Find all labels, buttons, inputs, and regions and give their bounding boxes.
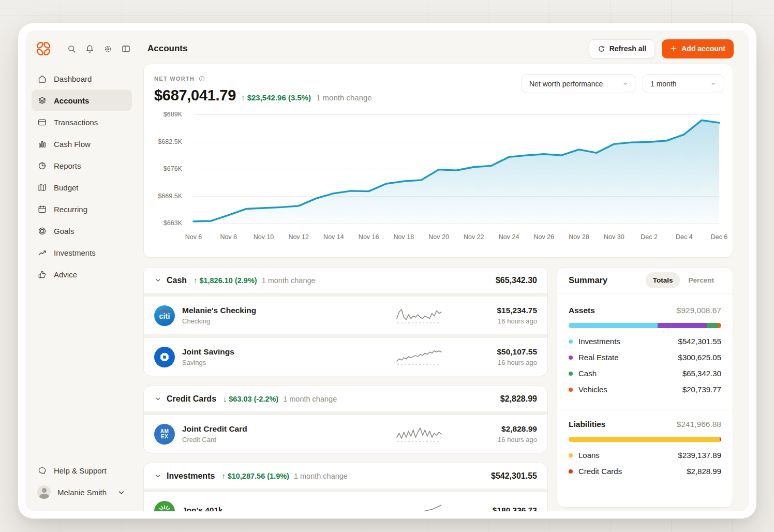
cash-section-header[interactable]: Cash ↑$1,826.10 (2.9%) 1 month change $6… — [144, 268, 547, 293]
sidebar-item-label: Transactions — [54, 118, 98, 127]
sidebar-item-cash-flow[interactable]: Cash Flow — [32, 133, 132, 155]
cash-section-card: Cash ↑$1,826.10 (2.9%) 1 month change $6… — [143, 267, 548, 376]
percent-tab[interactable]: Percent — [681, 272, 721, 288]
section-title: Cash — [167, 276, 187, 285]
assets-bar — [569, 323, 721, 328]
time-range-select[interactable]: 1 month — [643, 74, 723, 93]
credit-cards-section-card: Credit Cards ↓$63.03 (-2.2%) 1 month cha… — [143, 386, 548, 453]
section-change-note: 1 month change — [294, 472, 348, 480]
divider — [557, 409, 733, 409]
sidebar-item-label: Cash Flow — [54, 140, 91, 149]
sidebar-item-dashboard[interactable]: Dashboard — [32, 68, 132, 90]
header-brand — [35, 40, 138, 57]
section-total: $2,828.99 — [500, 394, 537, 404]
chart-x-labels: Nov 6Nov 8Nov 10Nov 12Nov 14Nov 16Nov 18… — [193, 231, 719, 241]
legend-row-vehicles: Vehicles $20,739.77 — [569, 381, 721, 397]
sidebar-item-investments[interactable]: Investments — [32, 242, 132, 263]
sidebar-item-label: Accounts — [54, 96, 89, 105]
chevron-down-icon — [154, 472, 162, 480]
legend-dot — [569, 356, 573, 360]
legend-row-investments: Investments $542,301.55 — [569, 333, 721, 349]
help-support-button[interactable]: Help & Support — [32, 460, 132, 481]
sidebar-item-reports[interactable]: Reports — [32, 155, 132, 176]
summary-title: Summary — [569, 275, 607, 285]
account-type: Credit Card — [182, 436, 247, 444]
investments-section-header[interactable]: Investments ↑$10,287.56 (1.9%) 1 month c… — [144, 463, 547, 489]
add-account-button[interactable]: Add account — [662, 39, 734, 58]
sidebar-item-transactions[interactable]: Transactions — [32, 111, 132, 133]
home-icon — [37, 74, 47, 84]
chevron-down-icon — [622, 80, 629, 87]
info-icon[interactable] — [198, 75, 205, 82]
account-balance: $180,336.73 — [450, 506, 537, 512]
legend-dot — [569, 339, 573, 344]
section-change-note: 1 month change — [283, 395, 337, 403]
x-axis-tick-label: Nov 16 — [359, 233, 379, 241]
refresh-icon — [598, 45, 605, 53]
account-balance: $2,828.99 — [450, 424, 537, 434]
section-change: ↓$63.03 (-2.2%) — [223, 395, 278, 403]
help-support-label: Help & Support — [54, 466, 107, 475]
divider — [144, 293, 547, 297]
sidebar-item-label: Reports — [54, 161, 81, 170]
app-container: Accounts Refresh all — [25, 31, 749, 511]
y-axis-tick-label: $663K — [163, 219, 182, 227]
app-header: Accounts Refresh all — [25, 31, 749, 64]
settings-gear-icon[interactable] — [100, 41, 115, 56]
y-axis-tick-label: $676K — [163, 165, 182, 172]
chevron-down-icon — [154, 395, 162, 403]
account-updated: 16 hours ago — [450, 359, 537, 366]
networth-plot[interactable] — [193, 114, 719, 223]
account-type: Savings — [182, 359, 234, 366]
x-axis-tick-label: Nov 6 — [185, 233, 202, 241]
summary-panel: Summary Totals Percent Assets $929,008.6… — [557, 267, 733, 508]
chase-logo-icon — [154, 347, 175, 367]
credit-cards-section-header[interactable]: Credit Cards ↓$63.03 (-2.2%) 1 month cha… — [144, 386, 547, 411]
sidebar-toggle-icon[interactable] — [118, 41, 133, 56]
refresh-all-button[interactable]: Refresh all — [589, 39, 656, 58]
sidebar-item-accounts[interactable]: Accounts — [32, 90, 132, 111]
bar-segment — [720, 437, 721, 442]
net-worth-chart[interactable]: $689K$682.5K$676K$669.5K$663K Nov 6Nov 8… — [154, 112, 722, 241]
legend-row-real-estate: Real Estate $300,625.05 — [569, 349, 721, 365]
account-name: Melanie's Checking — [182, 306, 256, 315]
refresh-all-label: Refresh all — [609, 45, 647, 53]
monarch-logo-icon[interactable] — [35, 40, 52, 57]
sidebar-item-label: Budget — [54, 183, 79, 192]
bar-segment — [718, 323, 721, 328]
sidebar-item-recurring[interactable]: Recurring — [32, 198, 132, 220]
target-icon — [37, 226, 47, 236]
search-icon[interactable] — [64, 41, 79, 56]
sidebar-item-advice[interactable]: Advice — [32, 263, 132, 285]
legend-dot — [569, 469, 573, 474]
legend-dot — [569, 388, 573, 392]
sidebar-item-label: Advice — [54, 270, 77, 279]
x-axis-tick-label: Nov 30 — [604, 233, 624, 241]
net-worth-view-select[interactable]: Net worth performance — [522, 74, 635, 93]
net-worth-change-note: 1 month change — [316, 93, 372, 102]
account-row-joint-savings[interactable]: Joint Savings Savings $50,107.55 16 hour… — [144, 338, 547, 376]
account-row-jons-401k[interactable]: Jon's 401k $180,336.73 — [144, 492, 547, 511]
page-title: Accounts — [147, 43, 187, 54]
user-menu[interactable]: Melanie Smith — [32, 481, 132, 503]
add-account-label: Add account — [681, 45, 725, 53]
account-row-melanies-checking[interactable]: citi Melanie's Checking Checking $15,234… — [144, 297, 547, 334]
sidebar-item-goals[interactable]: Goals — [32, 220, 132, 242]
x-axis-tick-label: Dec 4 — [676, 233, 693, 241]
divider — [144, 334, 547, 338]
notifications-bell-icon[interactable] — [82, 41, 97, 56]
account-row-joint-credit-card[interactable]: AMEX Joint Credit Card Credit Card $2,82… — [144, 415, 547, 453]
net-worth-change: ↑ $23,542.96 (3.5%) — [241, 93, 311, 102]
net-worth-label: NET WORTH — [154, 76, 195, 82]
pie-chart-icon — [37, 161, 47, 171]
y-axis-tick-label: $689K — [163, 111, 182, 118]
summary-view-toggle: Totals Percent — [646, 272, 721, 288]
net-worth-card: NET WORTH $687,041.79 ↑ $23,542.96 (3.5%… — [143, 64, 733, 258]
sidebar-item-budget[interactable]: Budget — [32, 176, 132, 198]
x-axis-tick-label: Nov 18 — [394, 233, 414, 241]
chart-y-labels: $689K$682.5K$676K$669.5K$663K — [154, 114, 182, 223]
totals-tab[interactable]: Totals — [646, 272, 680, 288]
assets-legend: Investments $542,301.55 Real Estate $300… — [569, 333, 721, 397]
assets-total: $929,008.67 — [677, 306, 721, 315]
chart-gridline — [193, 223, 719, 224]
